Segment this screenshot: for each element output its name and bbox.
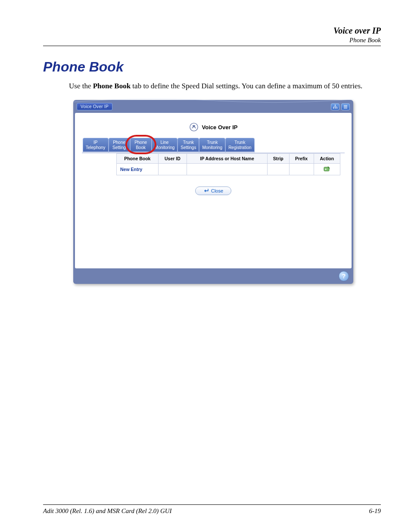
footer-left: Adit 3000 (Rel. 1.6) and MSR Card (Rel 2… (43, 507, 172, 515)
tab-trunk-settings[interactable]: Trunk Settings (177, 138, 199, 152)
tab-trunk-registration[interactable]: Trunk Registration (225, 138, 254, 152)
intro-bold: Phone Book (93, 82, 131, 90)
footer-rule (43, 504, 381, 505)
footer-right: 6-19 (369, 507, 381, 515)
close-button[interactable]: Close (195, 187, 231, 195)
cell-action[interactable] (314, 164, 340, 175)
tab-phone-setting[interactable]: Phone Setting (109, 138, 130, 152)
help-icon[interactable]: ? (339, 271, 349, 281)
enter-icon (203, 189, 209, 193)
th-strip: Strip (268, 154, 290, 164)
phone-book-table: Phone Book User ID IP Address or Host Na… (116, 153, 340, 175)
list-icon[interactable] (341, 103, 350, 110)
th-prefix: Prefix (289, 154, 314, 164)
cell-strip (268, 164, 290, 175)
new-entry-link[interactable]: New Entry (117, 164, 159, 175)
cell-ip-host (187, 164, 268, 175)
tab-ip-telephony[interactable]: IP Telephony (83, 138, 109, 152)
th-user-id: User ID (158, 154, 187, 164)
intro-suffix: tab to define the Speed Dial settings. Y… (131, 82, 362, 90)
svg-rect-8 (193, 125, 195, 127)
header-rule (43, 46, 381, 46)
th-ip-host: IP Address or Host Name (187, 154, 268, 164)
th-action: Action (314, 154, 340, 164)
add-icon[interactable] (324, 166, 330, 172)
svg-rect-1 (333, 108, 334, 109)
page-header-subsection: Phone Book (43, 37, 381, 44)
cell-prefix (289, 164, 314, 175)
screenshot-window: Voice Over IP Voice Over IP IP (73, 100, 353, 284)
voip-icon (189, 122, 199, 132)
intro-prefix: Use the (69, 82, 93, 90)
th-phone-book: Phone Book (117, 154, 159, 164)
svg-rect-0 (335, 105, 336, 106)
tab-phone-book[interactable]: Phone Book (130, 138, 152, 152)
tab-trunk-monitoring[interactable]: Trunk Monitoring (199, 138, 225, 152)
table-header-row: Phone Book User ID IP Address or Host Na… (117, 154, 340, 164)
close-label: Close (211, 188, 223, 193)
svg-rect-2 (335, 108, 336, 109)
tree-icon[interactable] (331, 103, 339, 110)
svg-rect-3 (336, 108, 337, 109)
tab-line-monitoring[interactable]: Line Monitoring (152, 138, 178, 152)
window-title: Voice Over IP (77, 103, 112, 110)
cell-user-id (158, 164, 187, 175)
content-heading: Voice Over IP (202, 124, 238, 131)
section-title: Phone Book (43, 59, 381, 75)
intro-text: Use the Phone Book tab to define the Spe… (69, 82, 381, 90)
page-header-section: Voice over IP (43, 26, 381, 36)
table-row: New Entry (117, 164, 340, 175)
